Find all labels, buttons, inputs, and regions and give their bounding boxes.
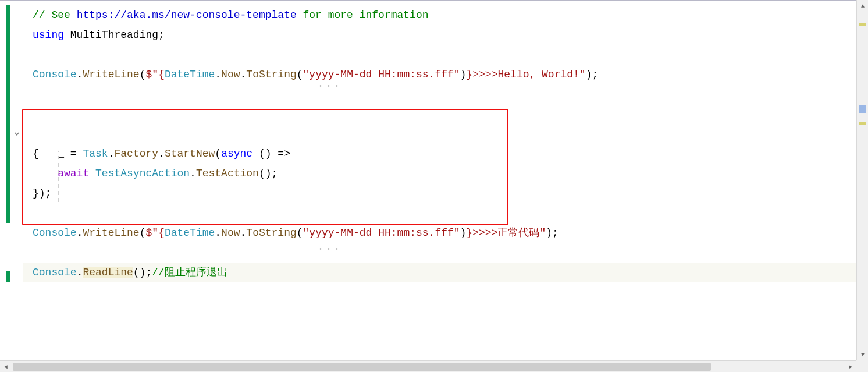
scroll-up-arrow[interactable]: ▲	[857, 0, 868, 12]
scroll-marker	[859, 122, 866, 125]
comment-link[interactable]: https://aka.ms/new-console-template	[77, 9, 297, 21]
code-line[interactable]	[0, 243, 868, 263]
member-name: WriteLine	[83, 69, 139, 80]
code-line[interactable]	[0, 45, 868, 65]
code-line[interactable]: {	[0, 144, 868, 164]
type-name: Console	[33, 69, 77, 80]
code-line[interactable]: });	[0, 183, 868, 203]
comment-text: for more information	[297, 9, 429, 21]
keyword: using	[33, 29, 64, 41]
code-line[interactable]: await TestAsyncAction.TestAction();	[0, 164, 868, 183]
fold-toggle[interactable]	[12, 124, 22, 144]
code-line[interactable]	[0, 84, 868, 104]
code-line[interactable]: _ = Task.Factory.StartNew(async () =>	[0, 124, 868, 144]
code-line[interactable]: // See https://aka.ms/new-console-templa…	[0, 5, 868, 25]
member-highlight: ReadLine	[83, 267, 133, 278]
code-line[interactable]: Console.WriteLine($"{DateTime.Now.ToStri…	[0, 223, 868, 243]
comment-text: // See	[33, 9, 77, 21]
code-text: MultiThreading;	[64, 29, 165, 41]
scroll-marker	[859, 23, 866, 26]
code-editor[interactable]: // See https://aka.ms/new-console-templa…	[0, 0, 868, 282]
vertical-scrollbar[interactable]: ▲ ▼	[856, 0, 868, 282]
code-line[interactable]	[0, 203, 868, 223]
code-line[interactable]	[0, 104, 868, 124]
code-line[interactable]: using MultiThreading;	[0, 25, 868, 45]
code-line[interactable]: Console.WriteLine($"{DateTime.Now.ToStri…	[0, 65, 868, 84]
scroll-marker	[859, 105, 866, 113]
code-line-current[interactable]: Console.ReadLine();//阻止程序退出	[0, 263, 868, 282]
keyword: await	[58, 168, 89, 179]
